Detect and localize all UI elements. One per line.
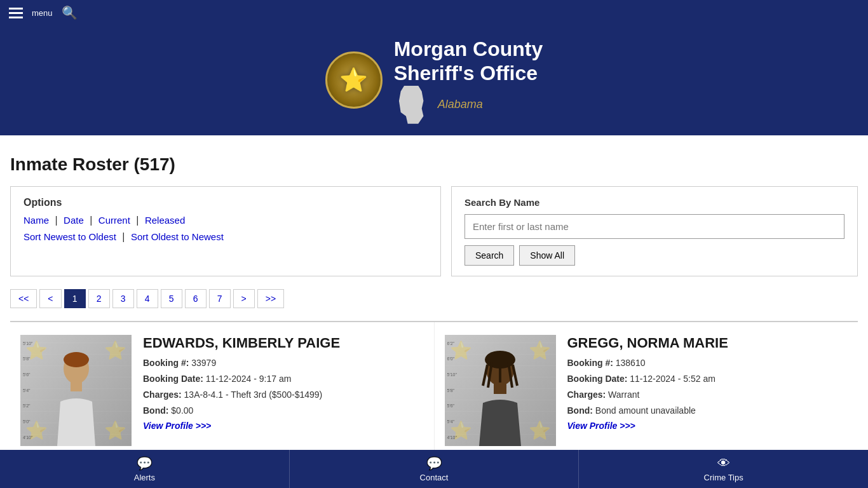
inmate-name-1: EDWARDS, KIMBERLY PAIGE (143, 335, 424, 351)
contact-label: Contact (420, 473, 449, 482)
site-title-line1: Morgan County (394, 37, 543, 61)
page-last[interactable]: >> (257, 289, 284, 308)
search-buttons: Search Show All (465, 245, 844, 266)
page-2[interactable]: 2 (88, 289, 110, 308)
inmate-roster: ⭐ ⭐ ⭐ ⭐ 5'10" 5'8" 5'6" 5'4" 5'2" 5'0" 4… (10, 321, 858, 459)
search-input[interactable] (465, 214, 844, 239)
contact-nav-item[interactable]: 💬 Contact (290, 450, 580, 488)
svg-line-5 (483, 365, 487, 386)
alerts-icon: 💬 (137, 456, 153, 471)
site-header: ⭐ Morgan County Sheriff's Office Alabama (0, 25, 868, 135)
sheriff-badge-logo: ⭐ (325, 51, 383, 109)
svg-rect-2 (71, 381, 82, 391)
pagination: << < 1 2 3 4 5 6 7 > >> (10, 289, 858, 308)
page-first[interactable]: << (10, 289, 37, 308)
star-icon: ⭐ (339, 67, 368, 93)
inmate-name-2: GREGG, NORMA MARIE (567, 335, 848, 351)
menu-label: menu (32, 8, 53, 18)
inmate-booking-date-1: Booking Date: 11-12-2024 - 9:17 am (143, 372, 424, 386)
menu-button[interactable] (9, 8, 23, 18)
inmate-row: ⭐ ⭐ ⭐ ⭐ 5'10" 5'8" 5'6" 5'4" 5'2" 5'0" 4… (10, 322, 858, 459)
alerts-label: Alerts (134, 473, 155, 482)
inmate-booking-num-1: Booking #: 33979 (143, 356, 424, 370)
options-sort: Sort Newest to Oldest | Sort Oldest to N… (24, 231, 428, 243)
site-title-line2: Sheriff's Office (394, 61, 543, 85)
alabama-map-icon (394, 86, 429, 124)
options-search-row: Options Name | Date | Current | Released… (10, 186, 858, 276)
sort-oldest-link[interactable]: Sort Oldest to Newest (131, 231, 224, 242)
inmate-charges-2: Charges: Warrant (567, 388, 848, 402)
height-markers-1: 5'10" 5'8" 5'6" 5'4" 5'2" 5'0" 4'10" (23, 341, 33, 440)
page-6[interactable]: 6 (185, 289, 207, 308)
crime-tips-label: Crime Tips (704, 473, 743, 482)
option-released-link[interactable]: Released (145, 215, 185, 226)
page-3[interactable]: 3 (112, 289, 134, 308)
inmate-photo-1: ⭐ ⭐ ⭐ ⭐ 5'10" 5'8" 5'6" 5'4" 5'2" 5'0" 4… (20, 335, 132, 446)
option-current-link[interactable]: Current (98, 215, 130, 226)
mugshot-bg-2: ⭐ ⭐ ⭐ ⭐ 6'2" 6'0" 5'10" 5'8" 5'6" 5'4" 4… (445, 335, 556, 446)
state-container: Alabama (394, 86, 543, 124)
person-figure-1 (41, 351, 111, 446)
search-box-title: Search By Name (465, 197, 844, 208)
page-1[interactable]: 1 (64, 289, 86, 308)
bottom-nav: 💬 Alerts 💬 Contact 👁 Crime Tips (0, 450, 868, 488)
inmate-card-1: ⭐ ⭐ ⭐ ⭐ 5'10" 5'8" 5'6" 5'4" 5'2" 5'0" 4… (10, 322, 435, 459)
inmate-charges-1: Charges: 13A-8-4.1 - Theft 3rd ($500-$14… (143, 388, 424, 402)
page-next[interactable]: > (233, 289, 255, 308)
svg-line-9 (513, 365, 517, 386)
sort-newest-link[interactable]: Sort Newest to Oldest (24, 231, 116, 242)
person-figure-2 (465, 351, 535, 446)
inmate-bond-1: Bond: $0.00 (143, 404, 424, 417)
search-button[interactable]: Search (465, 245, 514, 266)
page-5[interactable]: 5 (161, 289, 182, 308)
options-links: Name | Date | Current | Released (24, 215, 428, 226)
state-label: Alabama (438, 98, 483, 111)
inmate-info-1: EDWARDS, KIMBERLY PAIGE Booking #: 33979… (143, 335, 424, 446)
page-title: Inmate Roster (517) (10, 154, 858, 175)
option-name-link[interactable]: Name (24, 215, 49, 226)
page-prev[interactable]: < (39, 289, 61, 308)
svg-point-1 (64, 352, 89, 367)
top-nav: menu 🔍 (0, 0, 868, 25)
svg-rect-10 (494, 383, 506, 394)
main-content: Inmate Roster (517) Options Name | Date … (0, 135, 868, 459)
inmate-booking-date-2: Booking Date: 11-12-2024 - 5:52 am (567, 372, 848, 386)
show-all-button[interactable]: Show All (519, 245, 575, 266)
view-profile-1[interactable]: View Profile >>> (143, 421, 211, 431)
inmate-photo-2: ⭐ ⭐ ⭐ ⭐ 6'2" 6'0" 5'10" 5'8" 5'6" 5'4" 4… (445, 335, 556, 446)
crime-tips-nav-item[interactable]: 👁 Crime Tips (579, 450, 868, 488)
header-text: Morgan County Sheriff's Office Alabama (394, 37, 543, 124)
sep3: | (136, 215, 139, 226)
page-7[interactable]: 7 (209, 289, 231, 308)
search-box: Search By Name Search Show All (451, 186, 858, 276)
alerts-nav-item[interactable]: 💬 Alerts (0, 450, 290, 488)
options-box: Options Name | Date | Current | Released… (10, 186, 441, 276)
view-profile-2[interactable]: View Profile >>> (567, 421, 635, 431)
option-date-link[interactable]: Date (64, 215, 84, 226)
mugshot-bg-1: ⭐ ⭐ ⭐ ⭐ 5'10" 5'8" 5'6" 5'4" 5'2" 5'0" 4… (20, 335, 132, 446)
sort-sep: | (122, 231, 125, 242)
page-4[interactable]: 4 (137, 289, 158, 308)
inmate-card-2: ⭐ ⭐ ⭐ ⭐ 6'2" 6'0" 5'10" 5'8" 5'6" 5'4" 4… (435, 322, 858, 459)
inmate-bond-2: Bond: Bond amount unavailable (567, 404, 848, 417)
sep1: | (55, 215, 57, 226)
sep2: | (90, 215, 92, 226)
inmate-info-2: GREGG, NORMA MARIE Booking #: 138610 Boo… (567, 335, 848, 446)
options-title: Options (24, 197, 428, 208)
contact-icon: 💬 (426, 456, 442, 471)
inmate-booking-num-2: Booking #: 138610 (567, 356, 848, 370)
height-markers-2: 6'2" 6'0" 5'10" 5'8" 5'6" 5'4" 4'10" (447, 341, 458, 440)
crime-tips-icon: 👁 (717, 456, 730, 471)
search-icon[interactable]: 🔍 (62, 5, 78, 20)
